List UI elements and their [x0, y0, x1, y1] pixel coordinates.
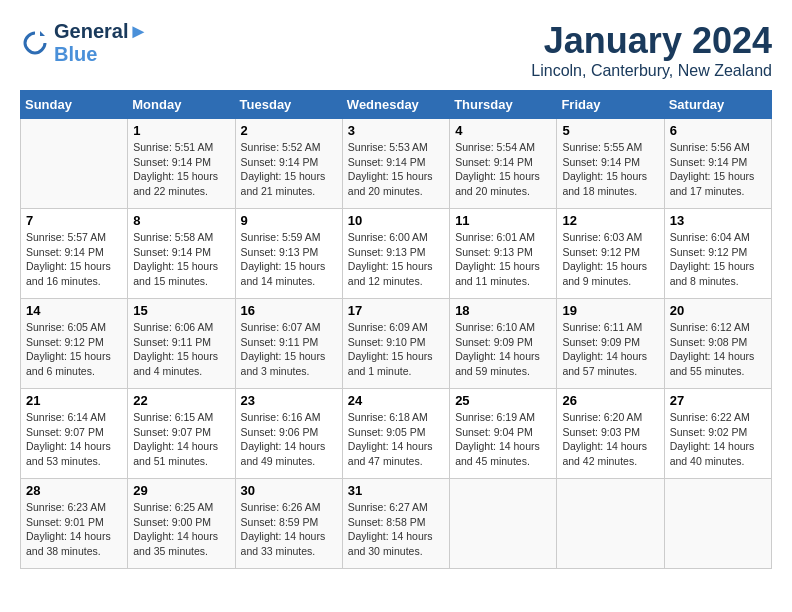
title-area: January 2024 Lincoln, Canterbury, New Ze… [531, 20, 772, 80]
calendar-day: 16 Sunrise: 6:07 AM Sunset: 9:11 PM Dayl… [235, 299, 342, 389]
daylight: Daylight: 14 hours and 47 minutes. [348, 439, 444, 468]
day-info: Sunrise: 5:56 AM Sunset: 9:14 PM Dayligh… [670, 140, 766, 199]
sunrise: Sunrise: 6:23 AM [26, 500, 122, 515]
calendar-week-3: 21 Sunrise: 6:14 AM Sunset: 9:07 PM Dayl… [21, 389, 772, 479]
sunset: Sunset: 8:59 PM [241, 515, 337, 530]
sunset: Sunset: 9:10 PM [348, 335, 444, 350]
calendar-day: 18 Sunrise: 6:10 AM Sunset: 9:09 PM Dayl… [450, 299, 557, 389]
sunset: Sunset: 9:01 PM [26, 515, 122, 530]
calendar-day: 13 Sunrise: 6:04 AM Sunset: 9:12 PM Dayl… [664, 209, 771, 299]
day-number: 25 [455, 393, 551, 408]
day-info: Sunrise: 6:06 AM Sunset: 9:11 PM Dayligh… [133, 320, 229, 379]
sunrise: Sunrise: 5:51 AM [133, 140, 229, 155]
sunrise: Sunrise: 5:57 AM [26, 230, 122, 245]
daylight: Daylight: 14 hours and 38 minutes. [26, 529, 122, 558]
sunrise: Sunrise: 6:00 AM [348, 230, 444, 245]
day-number: 11 [455, 213, 551, 228]
calendar-day: 9 Sunrise: 5:59 AM Sunset: 9:13 PM Dayli… [235, 209, 342, 299]
calendar-table: Sunday Monday Tuesday Wednesday Thursday… [20, 90, 772, 569]
day-info: Sunrise: 6:10 AM Sunset: 9:09 PM Dayligh… [455, 320, 551, 379]
day-number: 6 [670, 123, 766, 138]
daylight: Daylight: 14 hours and 49 minutes. [241, 439, 337, 468]
day-number: 26 [562, 393, 658, 408]
sunset: Sunset: 9:00 PM [133, 515, 229, 530]
sunset: Sunset: 9:07 PM [26, 425, 122, 440]
day-info: Sunrise: 5:59 AM Sunset: 9:13 PM Dayligh… [241, 230, 337, 289]
daylight: Daylight: 14 hours and 35 minutes. [133, 529, 229, 558]
daylight: Daylight: 15 hours and 14 minutes. [241, 259, 337, 288]
calendar-day: 25 Sunrise: 6:19 AM Sunset: 9:04 PM Dayl… [450, 389, 557, 479]
calendar-day: 22 Sunrise: 6:15 AM Sunset: 9:07 PM Dayl… [128, 389, 235, 479]
daylight: Daylight: 15 hours and 18 minutes. [562, 169, 658, 198]
calendar-day: 23 Sunrise: 6:16 AM Sunset: 9:06 PM Dayl… [235, 389, 342, 479]
calendar-day: 21 Sunrise: 6:14 AM Sunset: 9:07 PM Dayl… [21, 389, 128, 479]
day-info: Sunrise: 6:22 AM Sunset: 9:02 PM Dayligh… [670, 410, 766, 469]
sunset: Sunset: 9:09 PM [455, 335, 551, 350]
day-info: Sunrise: 5:53 AM Sunset: 9:14 PM Dayligh… [348, 140, 444, 199]
sunset: Sunset: 9:12 PM [670, 245, 766, 260]
sunset: Sunset: 9:02 PM [670, 425, 766, 440]
daylight: Daylight: 15 hours and 9 minutes. [562, 259, 658, 288]
day-number: 20 [670, 303, 766, 318]
daylight: Daylight: 15 hours and 22 minutes. [133, 169, 229, 198]
calendar-day [557, 479, 664, 569]
day-number: 24 [348, 393, 444, 408]
day-number: 1 [133, 123, 229, 138]
sunrise: Sunrise: 6:09 AM [348, 320, 444, 335]
sunset: Sunset: 9:14 PM [26, 245, 122, 260]
sunset: Sunset: 9:12 PM [562, 245, 658, 260]
daylight: Daylight: 15 hours and 4 minutes. [133, 349, 229, 378]
sunset: Sunset: 9:14 PM [241, 155, 337, 170]
daylight: Daylight: 15 hours and 21 minutes. [241, 169, 337, 198]
sunrise: Sunrise: 6:22 AM [670, 410, 766, 425]
sunrise: Sunrise: 6:26 AM [241, 500, 337, 515]
sunrise: Sunrise: 6:27 AM [348, 500, 444, 515]
daylight: Daylight: 15 hours and 12 minutes. [348, 259, 444, 288]
header-friday: Friday [557, 91, 664, 119]
day-number: 8 [133, 213, 229, 228]
sunrise: Sunrise: 6:18 AM [348, 410, 444, 425]
sunset: Sunset: 9:07 PM [133, 425, 229, 440]
day-number: 31 [348, 483, 444, 498]
day-info: Sunrise: 6:27 AM Sunset: 8:58 PM Dayligh… [348, 500, 444, 559]
day-info: Sunrise: 6:04 AM Sunset: 9:12 PM Dayligh… [670, 230, 766, 289]
sunrise: Sunrise: 6:03 AM [562, 230, 658, 245]
calendar-day: 14 Sunrise: 6:05 AM Sunset: 9:12 PM Dayl… [21, 299, 128, 389]
calendar-day: 17 Sunrise: 6:09 AM Sunset: 9:10 PM Dayl… [342, 299, 449, 389]
daylight: Daylight: 15 hours and 6 minutes. [26, 349, 122, 378]
calendar-week-0: 1 Sunrise: 5:51 AM Sunset: 9:14 PM Dayli… [21, 119, 772, 209]
calendar-day: 11 Sunrise: 6:01 AM Sunset: 9:13 PM Dayl… [450, 209, 557, 299]
day-number: 21 [26, 393, 122, 408]
sunrise: Sunrise: 6:15 AM [133, 410, 229, 425]
daylight: Daylight: 15 hours and 3 minutes. [241, 349, 337, 378]
day-info: Sunrise: 6:15 AM Sunset: 9:07 PM Dayligh… [133, 410, 229, 469]
sunrise: Sunrise: 6:25 AM [133, 500, 229, 515]
daylight: Daylight: 14 hours and 40 minutes. [670, 439, 766, 468]
calendar-day: 28 Sunrise: 6:23 AM Sunset: 9:01 PM Dayl… [21, 479, 128, 569]
day-info: Sunrise: 6:07 AM Sunset: 9:11 PM Dayligh… [241, 320, 337, 379]
location-title: Lincoln, Canterbury, New Zealand [531, 62, 772, 80]
sunset: Sunset: 9:04 PM [455, 425, 551, 440]
sunrise: Sunrise: 6:19 AM [455, 410, 551, 425]
logo: General► Blue [20, 20, 148, 66]
sunrise: Sunrise: 6:12 AM [670, 320, 766, 335]
month-title: January 2024 [531, 20, 772, 62]
sunset: Sunset: 9:03 PM [562, 425, 658, 440]
sunset: Sunset: 9:14 PM [562, 155, 658, 170]
header: General► Blue January 2024 Lincoln, Cant… [20, 20, 772, 80]
daylight: Daylight: 15 hours and 20 minutes. [455, 169, 551, 198]
day-info: Sunrise: 6:01 AM Sunset: 9:13 PM Dayligh… [455, 230, 551, 289]
sunrise: Sunrise: 6:06 AM [133, 320, 229, 335]
sunrise: Sunrise: 5:53 AM [348, 140, 444, 155]
day-info: Sunrise: 6:12 AM Sunset: 9:08 PM Dayligh… [670, 320, 766, 379]
calendar-day [21, 119, 128, 209]
logo-text: General► Blue [54, 20, 148, 66]
sunset: Sunset: 9:14 PM [455, 155, 551, 170]
daylight: Daylight: 14 hours and 51 minutes. [133, 439, 229, 468]
calendar-header-row: Sunday Monday Tuesday Wednesday Thursday… [21, 91, 772, 119]
day-info: Sunrise: 6:20 AM Sunset: 9:03 PM Dayligh… [562, 410, 658, 469]
header-thursday: Thursday [450, 91, 557, 119]
sunrise: Sunrise: 6:14 AM [26, 410, 122, 425]
daylight: Daylight: 14 hours and 42 minutes. [562, 439, 658, 468]
day-info: Sunrise: 5:55 AM Sunset: 9:14 PM Dayligh… [562, 140, 658, 199]
